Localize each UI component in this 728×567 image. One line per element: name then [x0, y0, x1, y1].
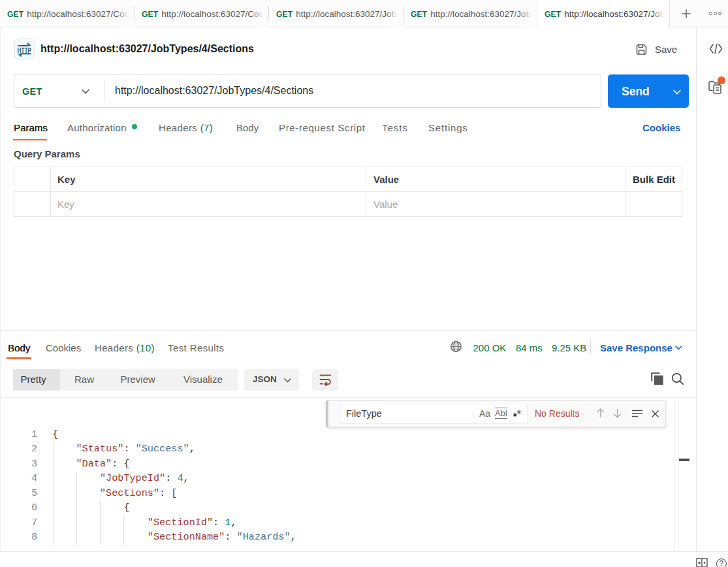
svg-text:HTTP: HTTP [17, 46, 31, 54]
